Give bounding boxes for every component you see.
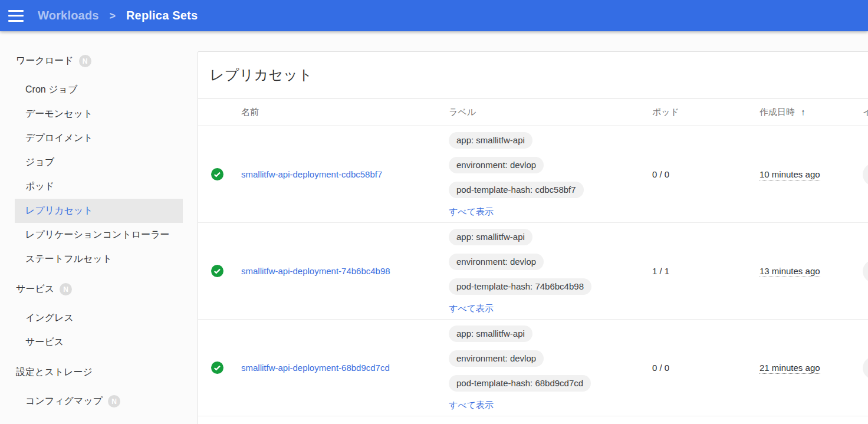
labels-cell: app: smallitfw-apienvironment: devloppod… <box>449 320 652 416</box>
column-header-イメージ[interactable]: イメージ <box>863 107 868 118</box>
label-chip: environment: devlop <box>449 254 544 270</box>
sidebar-item-イングレス[interactable]: イングレス <box>15 306 183 330</box>
status-ok-icon <box>212 168 241 180</box>
image-chip-partial <box>863 260 868 282</box>
label-chip: app: smallitfw-api <box>449 326 532 342</box>
sidebar-item-label: ステートフルセット <box>25 253 112 265</box>
label-chip: app: smallitfw-api <box>449 132 532 149</box>
status-cell <box>212 168 241 180</box>
replicaset-name-link[interactable]: smallitfw-api-deployment-74b6bc4b98 <box>241 266 449 276</box>
app-header: Workloads > Replica Sets <box>0 0 868 31</box>
breadcrumb: Workloads > Replica Sets <box>38 9 198 22</box>
sidebar-item-ステートフルセット[interactable]: ステートフルセット <box>15 247 183 271</box>
label-chip-wrap: pod-template-hash: 68bd9cd7cd <box>449 375 646 400</box>
sidebar-item-label: サービス <box>16 283 54 295</box>
sidebar-item-レプリカセット[interactable]: レプリカセット <box>15 199 183 223</box>
pods-count: 1 / 1 <box>652 266 760 276</box>
created-timestamp: 13 minutes ago <box>760 266 820 277</box>
label-chip-wrap: app: smallitfw-api <box>449 132 646 157</box>
label-chip: pod-template-hash: 74b6bc4b98 <box>449 278 591 295</box>
sidebar: ワークロードNCron ジョブデーモンセットデプロイメントジョブポッドレプリカセ… <box>0 31 183 424</box>
status-ok-icon <box>212 265 241 277</box>
card-title: レプリカセット <box>198 52 868 98</box>
table-header-row: 名前ラベルポッド作成日時 ↑イメージ <box>198 98 868 126</box>
images-cell <box>863 163 868 186</box>
column-header-名前[interactable]: 名前 <box>241 107 449 118</box>
sidebar-item-label: 設定とストレージ <box>16 366 93 379</box>
sidebar-item-Cron ジョブ[interactable]: Cron ジョブ <box>15 78 183 102</box>
status-cell <box>212 361 241 374</box>
sidebar-item-ポッド[interactable]: ポッド <box>15 175 183 199</box>
namespaced-badge: N <box>108 395 120 407</box>
status-ok-icon <box>212 361 241 374</box>
label-chip-wrap: pod-template-hash: 74b6bc4b98 <box>449 278 646 303</box>
table-row: smallitfw-api-deployment-74b6bc4b98app: … <box>198 223 868 320</box>
menu-icon[interactable] <box>8 10 24 22</box>
sidebar-item-サービス[interactable]: サービス <box>15 330 183 354</box>
created-timestamp: 21 minutes ago <box>760 363 820 374</box>
created-timestamp: 10 minutes ago <box>760 169 820 180</box>
pods-count: 0 / 0 <box>652 169 760 179</box>
image-chip-partial <box>863 163 868 186</box>
label-chip: app: smallitfw-api <box>449 229 532 245</box>
sort-ascending-icon: ↑ <box>798 107 805 117</box>
table-body: smallitfw-api-deployment-cdbc58bf7app: s… <box>198 126 868 416</box>
sidebar-item-label: レプリカセット <box>25 205 93 217</box>
status-cell <box>212 265 241 277</box>
sidebar-item-デプロイメント[interactable]: デプロイメント <box>15 126 183 150</box>
label-chip-wrap: environment: devlop <box>449 350 646 375</box>
label-chip: pod-template-hash: cdbc58bf7 <box>449 182 584 198</box>
table-row: smallitfw-api-deployment-cdbc58bf7app: s… <box>198 126 868 223</box>
created-cell: 10 minutes ago <box>760 169 863 179</box>
image-chip-partial <box>863 357 868 379</box>
label-chip-wrap: app: smallitfw-api <box>449 229 646 254</box>
namespaced-badge: N <box>79 55 91 67</box>
sidebar-item-label: イングレス <box>25 312 74 324</box>
column-header-ポッド[interactable]: ポッド <box>652 107 760 118</box>
sidebar-item-ワークロード[interactable]: ワークロードN <box>15 49 183 73</box>
breadcrumb-parent[interactable]: Workloads <box>38 9 99 22</box>
label-chip-wrap: app: smallitfw-api <box>449 326 646 350</box>
created-cell: 13 minutes ago <box>760 266 863 276</box>
images-cell <box>863 260 868 282</box>
sidebar-item-ジョブ[interactable]: ジョブ <box>15 150 183 175</box>
images-cell <box>863 357 868 379</box>
sidebar-item-label: サービス <box>25 336 64 349</box>
sidebar-item-label: Cron ジョブ <box>25 84 77 96</box>
replicaset-name-link[interactable]: smallitfw-api-deployment-68bd9cd7cd <box>241 363 449 373</box>
replica-sets-card: レプリカセット 名前ラベルポッド作成日時 ↑イメージ smallitfw-api… <box>198 51 868 424</box>
label-chip-wrap: environment: devlop <box>449 254 646 278</box>
column-header-ラベル[interactable]: ラベル <box>449 107 652 118</box>
sidebar-item-label: デプロイメント <box>25 132 93 144</box>
labels-cell: app: smallitfw-apienvironment: devloppod… <box>449 126 652 222</box>
namespaced-badge: N <box>60 283 72 295</box>
breadcrumb-separator: > <box>109 10 116 22</box>
sidebar-item-デーモンセット[interactable]: デーモンセット <box>15 102 183 126</box>
show-all-labels-link[interactable]: すべて表示 <box>449 303 494 314</box>
labels-cell: app: smallitfw-apienvironment: devloppod… <box>449 223 652 319</box>
sidebar-item-レプリケーションコントローラー[interactable]: レプリケーションコントローラー <box>15 223 183 247</box>
sidebar-item-label: デーモンセット <box>25 108 93 120</box>
sidebar-item-コンフィグマップ[interactable]: コンフィグマップN <box>15 389 183 413</box>
sidebar-item-label: ワークロード <box>16 55 74 67</box>
sidebar-item-設定とストレージ[interactable]: 設定とストレージ <box>15 360 183 384</box>
sidebar-item-label: コンフィグマップ <box>25 395 103 407</box>
label-chip-wrap: environment: devlop <box>449 157 646 182</box>
sidebar-item-サービス[interactable]: サービスN <box>15 277 183 301</box>
show-all-labels-link[interactable]: すべて表示 <box>449 206 494 218</box>
label-chip: environment: devlop <box>449 157 544 173</box>
replicaset-name-link[interactable]: smallitfw-api-deployment-cdbc58bf7 <box>241 169 449 179</box>
sidebar-item-label: ジョブ <box>25 156 54 169</box>
label-chip: pod-template-hash: 68bd9cd7cd <box>449 375 591 392</box>
show-all-labels-link[interactable]: すべて表示 <box>449 400 494 411</box>
page-title: Replica Sets <box>126 9 198 22</box>
label-chip-wrap: pod-template-hash: cdbc58bf7 <box>449 182 646 206</box>
pods-count: 0 / 0 <box>652 363 760 373</box>
sidebar-item-label: ポッド <box>25 180 54 193</box>
sidebar-item-label: レプリケーションコントローラー <box>25 229 170 241</box>
table-row: smallitfw-api-deployment-68bd9cd7cdapp: … <box>198 320 868 416</box>
label-chip: environment: devlop <box>449 350 544 367</box>
created-cell: 21 minutes ago <box>760 363 863 373</box>
column-header-作成日時[interactable]: 作成日時 ↑ <box>760 107 863 118</box>
